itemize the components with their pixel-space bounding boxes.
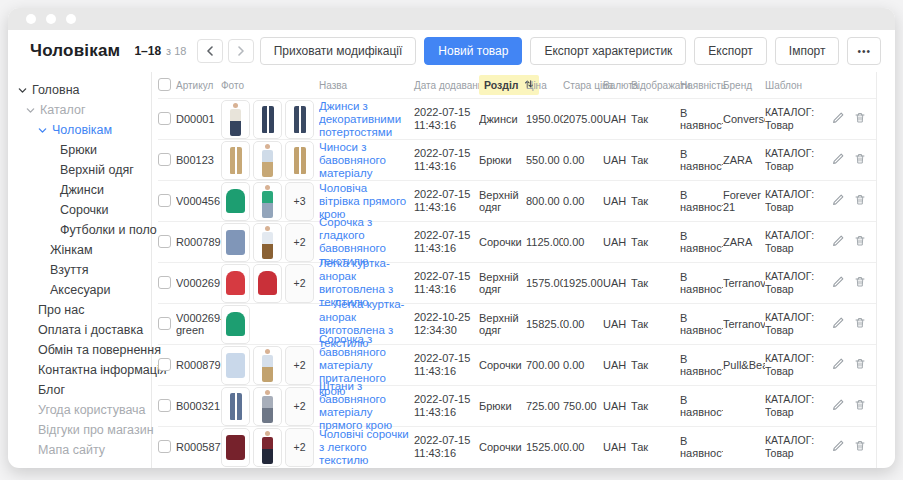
trash-icon (854, 193, 866, 209)
product-photo[interactable] (221, 346, 250, 385)
sidebar-item-store-reviews[interactable]: Відгуки про магазин (8, 420, 151, 440)
more-photos-count: +2 (294, 236, 306, 248)
product-name-link[interactable]: Штани з бавовняного матеріалу прямого кр… (319, 380, 410, 432)
product-photo[interactable] (253, 182, 282, 221)
edit-button[interactable] (832, 275, 845, 291)
row-checkbox[interactable] (158, 358, 171, 371)
sidebar-item-exchange-returns[interactable]: Обмін та повернення (8, 340, 151, 360)
sidebar-item-women[interactable]: Жінкам (8, 240, 151, 260)
more-photos-badge[interactable]: +2 (285, 264, 314, 303)
product-visible: Так (631, 318, 648, 330)
delete-button[interactable] (854, 152, 866, 168)
product-photo[interactable] (253, 387, 282, 426)
sidebar-item-blog[interactable]: Блог (8, 380, 151, 400)
pencil-icon (832, 275, 845, 291)
edit-button[interactable] (832, 316, 845, 332)
delete-button[interactable] (854, 193, 866, 209)
import-button[interactable]: Імпорт (775, 37, 840, 65)
more-photos-badge[interactable]: +2 (285, 346, 314, 385)
product-photo[interactable] (253, 223, 282, 262)
sidebar-item-trousers[interactable]: Брюки (8, 140, 151, 160)
edit-button[interactable] (832, 439, 845, 455)
product-old-price: 0.00 (563, 195, 584, 207)
sidebar-item-about[interactable]: Про нас (8, 300, 151, 320)
delete-button[interactable] (854, 357, 866, 373)
delete-button[interactable] (854, 275, 866, 291)
product-photo[interactable] (253, 141, 282, 180)
product-photo[interactable] (221, 223, 250, 262)
sidebar-item-payment-delivery[interactable]: Оплата і доставка (8, 320, 151, 340)
product-photo[interactable] (253, 264, 282, 303)
edit-button[interactable] (832, 234, 845, 250)
product-photo[interactable] (253, 428, 282, 467)
product-photo[interactable] (221, 428, 250, 467)
hide-modifications-button[interactable]: Приховати модифікації (260, 37, 417, 65)
edit-button[interactable] (832, 111, 845, 127)
product-name-link[interactable]: Чиноси з бавовняного матеріалу (319, 141, 410, 180)
more-photos-badge[interactable]: +2 (285, 428, 314, 467)
product-photo[interactable] (221, 387, 250, 426)
delete-button[interactable] (854, 398, 866, 414)
export-button[interactable]: Експорт (694, 37, 766, 65)
more-photos-badge[interactable]: +3 (285, 182, 314, 221)
delete-button[interactable] (854, 111, 866, 127)
export-characteristics-button[interactable]: Експорт характеристик (530, 37, 686, 65)
row-checkbox[interactable] (158, 276, 171, 289)
row-checkbox[interactable] (158, 317, 171, 330)
product-photo[interactable] (253, 100, 282, 139)
product-name-link[interactable]: Джинси з декоративними потертостями (319, 100, 410, 139)
sidebar-item-outerwear[interactable]: Верхній одяг (8, 160, 151, 180)
trash-icon (854, 439, 866, 455)
sidebar-item-shoes[interactable]: Взуття (8, 260, 151, 280)
product-section: Сорочки (479, 359, 522, 371)
product-template-label: КАТАЛОГ: (765, 106, 817, 119)
next-page-button[interactable] (228, 39, 254, 63)
more-photos-badge[interactable]: +2 (285, 387, 314, 426)
edit-button[interactable] (832, 193, 845, 209)
edit-button[interactable] (832, 398, 845, 414)
column-header-section[interactable]: Розділ (479, 75, 526, 95)
sidebar-item-sitemap[interactable]: Мапа сайту (8, 440, 151, 460)
more-photos-badge[interactable]: +2 (285, 223, 314, 262)
product-photo[interactable] (221, 264, 250, 303)
new-product-button[interactable]: Новий товар (424, 37, 522, 65)
edit-button[interactable] (832, 152, 845, 168)
edit-button[interactable] (832, 357, 845, 373)
delete-button[interactable] (854, 234, 866, 250)
row-checkbox[interactable] (158, 440, 171, 453)
row-checkbox[interactable] (158, 194, 171, 207)
delete-button[interactable] (854, 316, 866, 332)
product-photo[interactable] (221, 182, 250, 221)
select-all-checkbox[interactable] (158, 78, 171, 91)
more-actions-button[interactable]: ••• (847, 37, 881, 65)
sidebar-item-accessories[interactable]: Аксесуари (8, 280, 151, 300)
pencil-icon (832, 439, 845, 455)
pencil-icon (832, 111, 845, 127)
product-photo[interactable] (253, 346, 282, 385)
row-checkbox[interactable] (158, 153, 171, 166)
product-photo[interactable] (221, 100, 250, 139)
trash-icon (854, 398, 866, 414)
sidebar-item-jeans[interactable]: Джинси (8, 180, 151, 200)
sidebar-item-home[interactable]: Головна (8, 80, 151, 100)
sidebar-item-user-agreement[interactable]: Угода користувача (8, 400, 151, 420)
row-checkbox[interactable] (158, 399, 171, 412)
product-name-link[interactable]: Чоловічі сорочки з легкого текстилю (319, 428, 410, 467)
prev-page-button[interactable] (197, 39, 223, 63)
product-photo[interactable] (285, 141, 314, 180)
sidebar-item-men[interactable]: Чоловікам (8, 120, 151, 140)
sidebar-item-contact-info[interactable]: Контактна інформація (8, 360, 151, 380)
sidebar-item-shirts[interactable]: Сорочки (8, 200, 151, 220)
product-photo[interactable] (221, 141, 250, 180)
sidebar-item-catalog[interactable]: Каталог (8, 100, 151, 120)
row-checkbox[interactable] (158, 235, 171, 248)
product-photo[interactable] (221, 305, 250, 344)
chevron-left-icon (206, 44, 214, 59)
table-row: R000587+2Чоловічі сорочки з легкого текс… (158, 426, 876, 467)
sidebar-item-tshirts-polo[interactable]: Футболки и поло (8, 220, 151, 240)
product-photo[interactable] (285, 100, 314, 139)
product-name-link[interactable]: Чоловіча вітрівка прямого крою (319, 182, 410, 221)
row-checkbox[interactable] (158, 112, 171, 125)
delete-button[interactable] (854, 439, 866, 455)
product-template-value: Товар (765, 324, 817, 337)
